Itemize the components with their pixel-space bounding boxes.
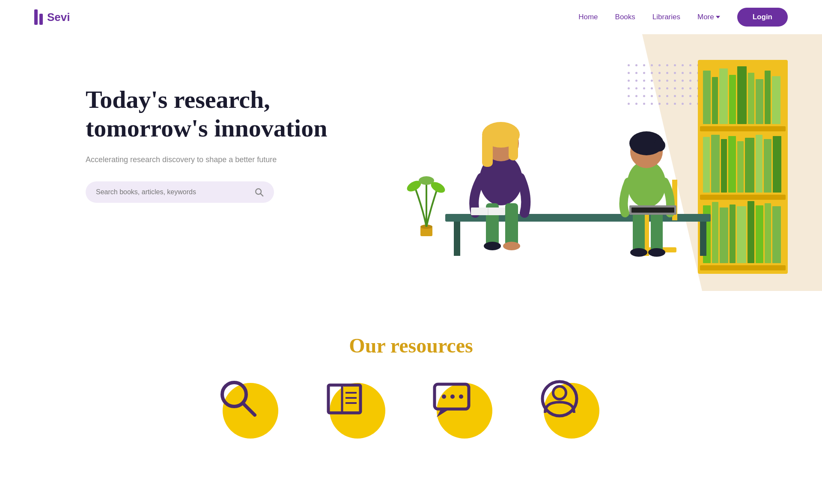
nav-more-dropdown[interactable]: More [697,13,720,21]
chevron-down-icon [716,16,720,18]
logo-icon [34,9,43,25]
svg-rect-44 [482,133,493,167]
hero-section: Today's research, tomorrow's innovation … [0,34,822,299]
svg-rect-30 [756,205,763,263]
resources-section: Our resources [0,299,822,464]
svg-line-66 [243,403,255,415]
svg-rect-20 [745,138,754,193]
svg-rect-21 [756,135,762,193]
svg-rect-47 [505,203,518,246]
svg-rect-31 [765,203,771,263]
svg-point-48 [484,242,501,250]
resource-articles[interactable] [437,383,492,439]
svg-rect-45 [509,130,518,160]
resource-profile[interactable] [544,383,599,439]
svg-line-1 [261,194,263,196]
resource-books[interactable] [330,383,385,439]
logo[interactable]: Sevi [34,9,70,25]
search-resource-icon [216,377,261,421]
nav-links: Home Books Libraries More Login [578,8,788,27]
search-input[interactable] [96,188,250,196]
resources-heading-highlight: Our [349,334,385,357]
svg-rect-29 [748,201,754,263]
nav-more-label: More [697,13,714,21]
hero-illustration: const dotGrid = document.querySelector('… [402,60,788,282]
resources-heading: Our resources [34,334,788,357]
svg-rect-40 [700,222,706,256]
svg-point-78 [553,386,566,399]
profile-resource-icon [537,377,582,421]
hero-subtitle: Accelerating research discovery to shape… [86,155,342,164]
resources-icons [34,383,788,439]
search-bar [86,181,274,203]
svg-rect-32 [772,206,781,263]
svg-rect-67 [328,385,360,413]
login-button[interactable]: Login [737,8,788,27]
library-scene [402,60,745,282]
search-button[interactable] [254,187,264,197]
resource-search[interactable] [223,383,278,439]
svg-point-49 [503,242,520,250]
svg-point-76 [459,394,463,399]
nav-books[interactable]: Books [615,13,635,21]
svg-rect-39 [454,222,460,256]
svg-rect-22 [764,139,771,193]
logo-bar-left [34,9,38,25]
brand-name: Sevi [47,11,70,24]
svg-rect-12 [756,79,763,124]
svg-rect-11 [748,73,754,124]
hero-content: Today's research, tomorrow's innovation … [86,60,342,203]
svg-rect-23 [773,136,781,193]
svg-point-61 [630,248,647,257]
svg-rect-13 [765,71,771,124]
navbar: Sevi Home Books Libraries More Login [0,0,822,34]
svg-rect-64 [631,208,674,213]
articles-resource-icon [430,377,475,421]
svg-point-75 [450,394,455,399]
nav-home[interactable]: Home [578,13,598,21]
logo-bar-right [39,14,43,25]
svg-point-62 [648,248,665,257]
svg-point-74 [442,394,446,399]
hero-title: Today's research, tomorrow's innovation [86,86,342,142]
svg-rect-14 [772,76,780,124]
book-resource-icon [323,377,368,421]
search-icon [254,187,264,197]
resources-heading-rest: resources [385,334,473,357]
nav-libraries[interactable]: Libraries [652,13,680,21]
svg-point-58 [653,139,665,151]
